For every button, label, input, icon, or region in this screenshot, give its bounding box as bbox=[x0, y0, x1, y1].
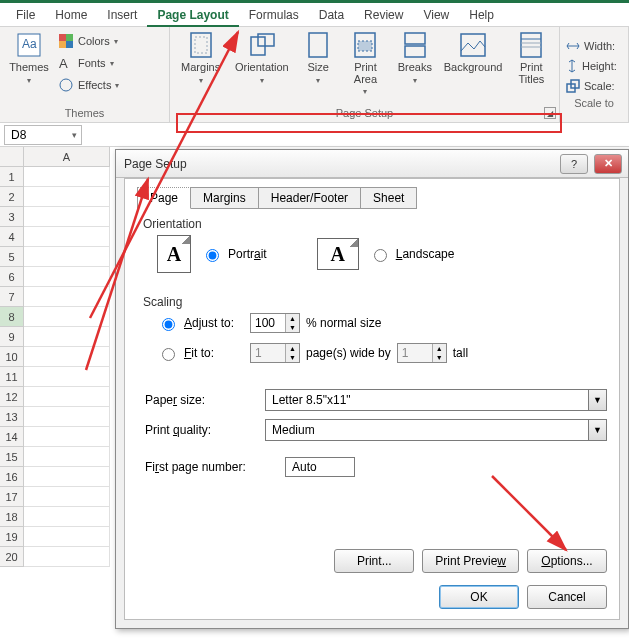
cell[interactable] bbox=[24, 327, 110, 347]
cell[interactable] bbox=[24, 387, 110, 407]
row-header[interactable]: 13 bbox=[0, 407, 24, 427]
width-control[interactable]: Width: bbox=[566, 37, 622, 55]
effects-button[interactable]: Effects▾ bbox=[58, 75, 119, 95]
print-quality-combo[interactable]: Medium▼ bbox=[265, 419, 607, 441]
cell[interactable] bbox=[24, 367, 110, 387]
row-header[interactable]: 8 bbox=[0, 307, 24, 327]
adjust-to-label: Adjust to: bbox=[184, 316, 244, 330]
scale-control[interactable]: Scale: bbox=[566, 77, 622, 95]
margins-button[interactable]: Margins▾ bbox=[176, 31, 225, 87]
cell[interactable] bbox=[24, 287, 110, 307]
tab-page[interactable]: Page bbox=[137, 187, 191, 209]
menu-data[interactable]: Data bbox=[309, 3, 354, 27]
cell[interactable] bbox=[24, 307, 110, 327]
first-page-input[interactable]: Auto bbox=[285, 457, 355, 477]
themes-button[interactable]: Aa Themes▾ bbox=[0, 31, 58, 87]
cell[interactable] bbox=[24, 347, 110, 367]
cell[interactable] bbox=[24, 427, 110, 447]
cell[interactable] bbox=[24, 507, 110, 527]
cell[interactable] bbox=[24, 447, 110, 467]
height-control[interactable]: Height: bbox=[566, 57, 622, 75]
row-header[interactable]: 14 bbox=[0, 427, 24, 447]
breaks-button[interactable]: Breaks▾ bbox=[393, 31, 436, 87]
tab-header-footer[interactable]: Header/Footer bbox=[258, 187, 361, 209]
cell[interactable] bbox=[24, 187, 110, 207]
row-header[interactable]: 4 bbox=[0, 227, 24, 247]
svg-rect-11 bbox=[258, 34, 274, 46]
print-preview-button[interactable]: Print Preview bbox=[422, 549, 519, 573]
ok-button[interactable]: OK bbox=[439, 585, 519, 609]
cell[interactable] bbox=[24, 267, 110, 287]
cell[interactable] bbox=[24, 547, 110, 567]
adjust-to-radio[interactable] bbox=[162, 318, 175, 331]
cell[interactable] bbox=[24, 407, 110, 427]
row-header[interactable]: 20 bbox=[0, 547, 24, 567]
menu-formulas[interactable]: Formulas bbox=[239, 3, 309, 27]
menu-help[interactable]: Help bbox=[459, 3, 504, 27]
menu-bar: File Home Insert Page Layout Formulas Da… bbox=[0, 3, 629, 27]
cell[interactable] bbox=[24, 227, 110, 247]
height-icon bbox=[566, 59, 578, 73]
fonts-icon: A bbox=[58, 55, 74, 71]
help-button[interactable]: ? bbox=[560, 154, 588, 174]
close-button[interactable]: ✕ bbox=[594, 154, 622, 174]
row-header[interactable]: 5 bbox=[0, 247, 24, 267]
svg-rect-9 bbox=[195, 37, 207, 53]
svg-rect-3 bbox=[66, 34, 73, 41]
row-header[interactable]: 9 bbox=[0, 327, 24, 347]
landscape-radio[interactable] bbox=[374, 249, 387, 262]
tab-sheet[interactable]: Sheet bbox=[360, 187, 417, 209]
fit-tall-spinner[interactable]: ▲▼ bbox=[397, 343, 447, 363]
row-header[interactable]: 1 bbox=[0, 167, 24, 187]
row-header[interactable]: 3 bbox=[0, 207, 24, 227]
cell[interactable] bbox=[24, 487, 110, 507]
options-button[interactable]: Options... bbox=[527, 549, 607, 573]
select-all-corner[interactable] bbox=[0, 147, 24, 167]
tab-margins[interactable]: Margins bbox=[190, 187, 259, 209]
row-header[interactable]: 19 bbox=[0, 527, 24, 547]
adjust-to-spinner[interactable]: ▲▼ bbox=[250, 313, 300, 333]
dialog-tabs: Page Margins Header/Footer Sheet bbox=[137, 187, 607, 209]
fit-to-radio[interactable] bbox=[162, 348, 175, 361]
svg-rect-2 bbox=[59, 34, 66, 41]
menu-file[interactable]: File bbox=[6, 3, 45, 27]
row-header[interactable]: 17 bbox=[0, 487, 24, 507]
print-button[interactable]: Print... bbox=[334, 549, 414, 573]
cell[interactable] bbox=[24, 247, 110, 267]
menu-view[interactable]: View bbox=[413, 3, 459, 27]
menu-page-layout[interactable]: Page Layout bbox=[147, 3, 238, 27]
row-header[interactable]: 7 bbox=[0, 287, 24, 307]
menu-home[interactable]: Home bbox=[45, 3, 97, 27]
colors-button[interactable]: Colors▾ bbox=[58, 31, 119, 51]
row-header[interactable]: 12 bbox=[0, 387, 24, 407]
orientation-button[interactable]: Orientation▾ bbox=[231, 31, 292, 87]
cancel-button[interactable]: Cancel bbox=[527, 585, 607, 609]
cell[interactable] bbox=[24, 527, 110, 547]
paper-size-combo[interactable]: Letter 8.5"x11"▼ bbox=[265, 389, 607, 411]
column-header-a[interactable]: A bbox=[24, 147, 110, 167]
row-header[interactable]: 16 bbox=[0, 467, 24, 487]
row-header[interactable]: 2 bbox=[0, 187, 24, 207]
landscape-label: Landscape bbox=[396, 247, 455, 261]
portrait-radio[interactable] bbox=[206, 249, 219, 262]
row-header[interactable]: 10 bbox=[0, 347, 24, 367]
orientation-label: Orientation bbox=[143, 217, 607, 231]
menu-review[interactable]: Review bbox=[354, 3, 413, 27]
row-header[interactable]: 6 bbox=[0, 267, 24, 287]
print-titles-button[interactable]: Print Titles bbox=[510, 31, 553, 85]
row-header[interactable]: 18 bbox=[0, 507, 24, 527]
cell[interactable] bbox=[24, 207, 110, 227]
name-box[interactable]: D8▾ bbox=[4, 125, 82, 145]
dialog-titlebar[interactable]: Page Setup ? ✕ bbox=[116, 150, 628, 178]
page-setup-launcher[interactable]: ◢ bbox=[544, 107, 556, 119]
row-header[interactable]: 15 bbox=[0, 447, 24, 467]
fit-wide-spinner[interactable]: ▲▼ bbox=[250, 343, 300, 363]
size-button[interactable]: Size▾ bbox=[298, 31, 337, 87]
fonts-button[interactable]: A Fonts▾ bbox=[58, 53, 119, 73]
menu-insert[interactable]: Insert bbox=[97, 3, 147, 27]
background-button[interactable]: Background bbox=[443, 31, 504, 73]
row-header[interactable]: 11 bbox=[0, 367, 24, 387]
cell[interactable] bbox=[24, 167, 110, 187]
cell[interactable] bbox=[24, 467, 110, 487]
print-area-button[interactable]: Print Area▾ bbox=[344, 31, 387, 96]
